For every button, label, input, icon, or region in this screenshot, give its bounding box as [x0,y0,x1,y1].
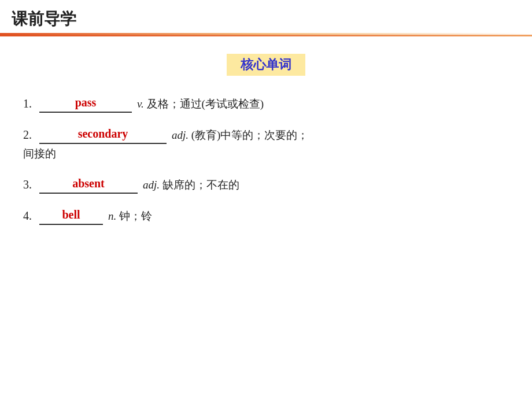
item-number: 2. [23,128,32,141]
vocab-word-4: bell [62,208,80,221]
vocab-word-2: secondary [78,127,128,140]
header-divider [0,33,532,35]
vocab-def-2-cont: 间接的 [23,145,509,162]
page-header: 课前导学 [0,0,532,36]
item-number: 4. [23,209,32,222]
list-item: 1. pass v. 及格；通过(考试或检查) [23,93,509,113]
vocab-def-1: v. 及格；通过(考试或检查) [137,98,264,110]
item-number: 1. [23,97,32,110]
vocab-word-1: pass [75,96,97,109]
vocab-title-wrapper: 核心单词 [23,54,509,76]
vocab-title: 核心单词 [227,54,305,76]
vocab-word-3: absent [72,177,105,190]
word-line-2: secondary [39,124,167,144]
vocab-def-2: adj. (教育)中等的；次要的； [172,129,308,141]
vocab-def-4: n. 钟；铃 [108,210,152,222]
list-item: 2. secondary adj. (教育)中等的；次要的； 间接的 [23,124,509,162]
word-line-1: pass [39,93,132,113]
main-content: 核心单词 1. pass v. 及格；通过(考试或检查) 2. secondar… [0,36,532,248]
word-line-4: bell [39,205,103,225]
page-title: 课前导学 [12,10,76,28]
list-item: 4. bell n. 钟；铃 [23,205,509,225]
item-number: 3. [23,178,32,191]
vocab-def-3: adj. 缺席的；不在的 [143,179,239,191]
vocab-list: 1. pass v. 及格；通过(考试或检查) 2. secondary adj… [23,93,509,225]
list-item: 3. absent adj. 缺席的；不在的 [23,174,509,194]
word-line-3: absent [39,174,138,194]
